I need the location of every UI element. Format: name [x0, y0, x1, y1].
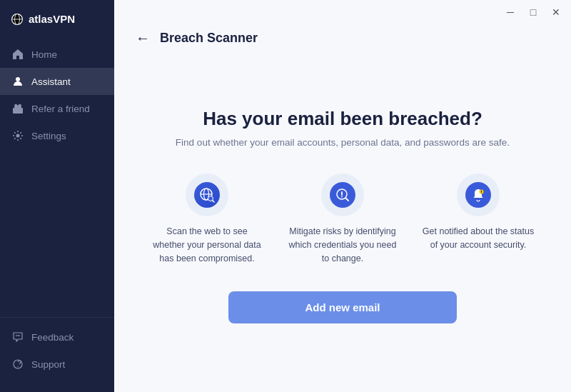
sidebar-item-support-label: Support: [31, 359, 65, 370]
feedback-icon: [11, 331, 24, 343]
bell-notify-icon: [465, 182, 491, 208]
page-title: Breach Scanner: [160, 31, 258, 46]
page-header: ← Breach Scanner: [114, 20, 571, 54]
sidebar-item-home[interactable]: Home: [0, 41, 114, 68]
svg-line-19: [346, 198, 349, 201]
globe-scan-icon: [194, 182, 220, 208]
sidebar-item-refer-label: Refer a friend: [31, 104, 90, 114]
feature-notify: Get notified about the status of your ac…: [421, 174, 535, 265]
svg-point-10: [17, 366, 18, 367]
sidebar-item-support[interactable]: Support: [0, 351, 114, 378]
svg-point-7: [16, 134, 20, 138]
svg-point-3: [16, 77, 20, 81]
add-email-button[interactable]: Add new email: [228, 291, 457, 323]
logo-text: atlasVPN: [29, 13, 75, 25]
settings-icon: [11, 129, 24, 142]
atlasvpn-logo-icon: [11, 14, 23, 25]
maximize-button[interactable]: □: [525, 4, 541, 20]
back-button[interactable]: ←: [134, 29, 151, 48]
mitigate-icon-wrap: [321, 174, 364, 216]
alert-search-icon: [330, 182, 355, 208]
scan-feature-text: Scan the web to see whether your persona…: [150, 225, 264, 265]
mitigate-feature-text: Mitigate risks by identifying which cred…: [286, 225, 400, 265]
feature-scan: Scan the web to see whether your persona…: [150, 174, 264, 265]
bottom-nav: Feedback Support: [0, 317, 114, 392]
sidebar-item-assistant-label: Assistant: [31, 76, 71, 87]
gift-icon: [11, 102, 24, 115]
sidebar-item-settings[interactable]: Settings: [0, 122, 114, 149]
sidebar-item-assistant[interactable]: Assistant: [0, 68, 114, 95]
svg-line-15: [213, 201, 215, 203]
main-content: ─ □ ✕ ← Breach Scanner Has your email be…: [114, 0, 571, 392]
main-nav: Home Assistant Refer a friend Settings: [0, 35, 114, 317]
svg-rect-5: [14, 106, 21, 108]
logo-area: atlasVPN: [0, 0, 114, 35]
user-icon: [11, 75, 24, 88]
breach-headline: Has your email been breached?: [203, 108, 482, 130]
scan-icon-wrap: [186, 174, 228, 216]
features-list: Scan the web to see whether your persona…: [143, 174, 542, 265]
support-icon: [11, 358, 24, 371]
sidebar-item-feedback[interactable]: Feedback: [0, 323, 114, 351]
sidebar-item-home-label: Home: [31, 49, 57, 60]
notify-icon-wrap: [457, 174, 500, 216]
sidebar: atlasVPN Home Assistant Refer a friend S…: [0, 0, 114, 392]
breach-subtitle: Find out whether your email accounts, pe…: [176, 137, 510, 148]
sidebar-item-refer[interactable]: Refer a friend: [0, 95, 114, 122]
breach-scanner-content: Has your email been breached? Find out w…: [114, 54, 571, 392]
sidebar-item-settings-label: Settings: [31, 131, 66, 141]
close-button[interactable]: ✕: [548, 4, 564, 20]
titlebar: ─ □ ✕: [114, 0, 571, 20]
svg-rect-4: [13, 108, 23, 114]
sidebar-item-feedback-label: Feedback: [31, 332, 74, 343]
feature-mitigate: Mitigate risks by identifying which cred…: [286, 174, 400, 265]
svg-point-18: [341, 196, 343, 198]
home-icon: [11, 48, 24, 61]
minimize-button[interactable]: ─: [502, 4, 518, 20]
notify-feature-text: Get notified about the status of your ac…: [421, 225, 535, 252]
svg-point-22: [481, 193, 482, 194]
